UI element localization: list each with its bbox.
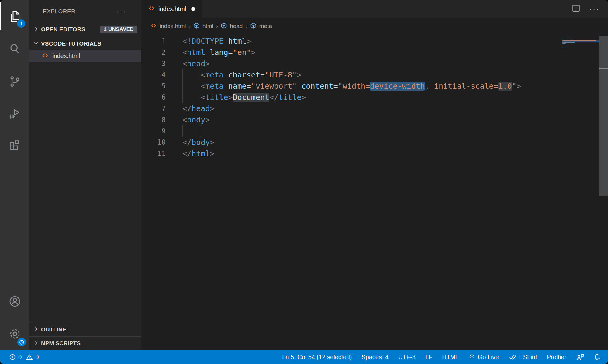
outline-section[interactable]: OUTLINE bbox=[29, 323, 141, 336]
code-token: 1.0 bbox=[498, 82, 512, 91]
code-line[interactable]: 5 <meta name="viewport" content="width=d… bbox=[141, 81, 608, 92]
sidebar-item-explorer[interactable]: 1 bbox=[0, 0, 29, 33]
unsaved-dot-icon[interactable] bbox=[191, 7, 195, 11]
code-line[interactable]: 9 bbox=[141, 125, 608, 137]
code-token: "width= bbox=[338, 82, 370, 91]
tab-index-html[interactable]: index.html bbox=[141, 0, 202, 18]
code-line[interactable]: 1<!DOCTYPE html> bbox=[141, 36, 608, 47]
minimap-line bbox=[562, 40, 599, 42]
code-line[interactable]: 7</head> bbox=[141, 103, 608, 114]
line-number: 2 bbox=[141, 47, 166, 58]
line-content[interactable]: </body> bbox=[182, 137, 608, 148]
code-token bbox=[224, 70, 228, 79]
accounts-button[interactable] bbox=[0, 285, 29, 318]
html-file-icon bbox=[148, 5, 155, 13]
line-content[interactable] bbox=[182, 125, 608, 137]
minimap-line-bar bbox=[562, 36, 569, 36]
error-icon bbox=[9, 354, 16, 360]
activity-bar: 1 bbox=[0, 0, 29, 350]
split-editor-icon[interactable] bbox=[572, 4, 580, 14]
code-token: = bbox=[333, 82, 338, 91]
line-content[interactable]: </head> bbox=[182, 103, 608, 114]
line-content[interactable]: <meta name="viewport" content="width=dev… bbox=[182, 81, 608, 92]
code-token: "viewport" bbox=[251, 82, 297, 91]
status-item-eol[interactable]: LF bbox=[425, 354, 432, 361]
status-item-eslint[interactable]: ESLint bbox=[509, 353, 537, 361]
code-token: </ bbox=[182, 138, 192, 147]
code-token: </ bbox=[182, 104, 192, 113]
line-content[interactable]: <head> bbox=[182, 58, 608, 69]
code-token: > bbox=[516, 82, 521, 91]
chevron-down-icon bbox=[33, 40, 39, 47]
code-token: html bbox=[228, 37, 247, 46]
minimap-line bbox=[562, 46, 599, 46]
indent-guide bbox=[182, 69, 183, 81]
vertical-scrollbar[interactable] bbox=[599, 36, 608, 196]
breadcrumb-html[interactable]: html bbox=[193, 22, 213, 30]
file-item-index-html[interactable]: index.html bbox=[29, 50, 141, 62]
breadcrumb-file[interactable]: index.html bbox=[150, 22, 186, 30]
line-content[interactable]: </html> bbox=[182, 148, 608, 159]
minimap[interactable] bbox=[562, 36, 599, 49]
status-item-cursor-position[interactable]: Ln 5, Col 54 (12 selected) bbox=[282, 354, 352, 361]
active-indicator bbox=[0, 2, 1, 30]
status-item-label: Ln 5, Col 54 (12 selected) bbox=[282, 354, 352, 361]
code-token: name bbox=[228, 82, 247, 91]
explorer-sidebar: EXPLORER ··· OPEN EDITORS 1 UNSAVED VSCO… bbox=[29, 0, 141, 350]
code-token: meta bbox=[205, 70, 223, 79]
code-token: " bbox=[512, 82, 516, 91]
code-token: > bbox=[205, 59, 210, 68]
indent-guide bbox=[201, 125, 201, 137]
sidebar-item-search[interactable] bbox=[0, 33, 29, 65]
code-line[interactable]: 8<body> bbox=[141, 114, 608, 125]
code-line[interactable]: 11</html> bbox=[141, 148, 608, 159]
code-token: body bbox=[187, 115, 205, 124]
line-content[interactable]: <!DOCTYPE html> bbox=[182, 36, 608, 47]
line-content[interactable]: <body> bbox=[182, 114, 608, 125]
problems-indicator[interactable]: 0 0 bbox=[9, 354, 39, 361]
code-token: "UTF-8" bbox=[265, 70, 297, 79]
editor-actions: ··· bbox=[572, 0, 608, 18]
code-line[interactable]: 3<head> bbox=[141, 58, 608, 69]
code-line[interactable]: 10</body> bbox=[141, 137, 608, 148]
search-icon bbox=[8, 42, 22, 56]
open-editors-section[interactable]: OPEN EDITORS 1 UNSAVED bbox=[29, 24, 141, 35]
indent-guide bbox=[182, 92, 183, 103]
code-line[interactable]: 6 <title>Document</title> bbox=[141, 92, 608, 103]
breadcrumbs: index.html › html › bbox=[141, 18, 608, 35]
status-item-indentation[interactable]: Spaces: 4 bbox=[361, 354, 389, 361]
file-item-label: index.html bbox=[52, 53, 80, 60]
npm-scripts-section[interactable]: NPM SCRIPTS bbox=[29, 336, 141, 350]
workspace-folder-section[interactable]: VSCODE-TUTORIALS bbox=[29, 38, 141, 50]
selected-text: device-width bbox=[370, 82, 425, 91]
status-item-language-mode[interactable]: HTML bbox=[442, 354, 458, 361]
minimap-line bbox=[562, 38, 599, 39]
breadcrumb-head[interactable]: head bbox=[221, 22, 243, 30]
sidebar-item-extensions[interactable] bbox=[0, 130, 29, 163]
code-token: = bbox=[228, 48, 233, 57]
double-check-icon bbox=[509, 353, 517, 361]
sidebar-item-run-debug[interactable] bbox=[0, 98, 29, 130]
line-content[interactable]: <title>Document</title> bbox=[182, 92, 608, 103]
settings-button[interactable] bbox=[0, 318, 29, 350]
code-line[interactable]: 4 <meta charset="UTF-8"> bbox=[141, 69, 608, 81]
bell-icon bbox=[594, 354, 601, 361]
status-item-notifications[interactable] bbox=[594, 354, 601, 361]
minimap-line bbox=[562, 43, 599, 44]
code-lines: 1<!DOCTYPE html>2<html lang="en">3<head>… bbox=[141, 36, 608, 159]
more-actions-icon[interactable]: ··· bbox=[589, 7, 599, 10]
line-number: 9 bbox=[141, 125, 166, 137]
status-item-prettier[interactable]: Prettier bbox=[547, 354, 566, 361]
sidebar-item-source-control[interactable] bbox=[0, 65, 29, 98]
status-item-go-live[interactable]: Go Live bbox=[468, 354, 499, 361]
status-item-encoding[interactable]: UTF-8 bbox=[398, 354, 416, 361]
warning-count: 0 bbox=[35, 354, 39, 361]
code-token bbox=[182, 70, 201, 79]
status-item-feedback[interactable] bbox=[576, 353, 584, 361]
line-content[interactable]: <html lang="en"> bbox=[182, 47, 608, 58]
code-editor[interactable]: 1<!DOCTYPE html>2<html lang="en">3<head>… bbox=[141, 35, 608, 350]
code-line[interactable]: 2<html lang="en"> bbox=[141, 47, 608, 58]
line-content[interactable]: <meta charset="UTF-8"> bbox=[182, 69, 608, 81]
breadcrumb-meta[interactable]: meta bbox=[250, 22, 272, 30]
ellipsis-icon[interactable]: ··· bbox=[116, 10, 127, 13]
